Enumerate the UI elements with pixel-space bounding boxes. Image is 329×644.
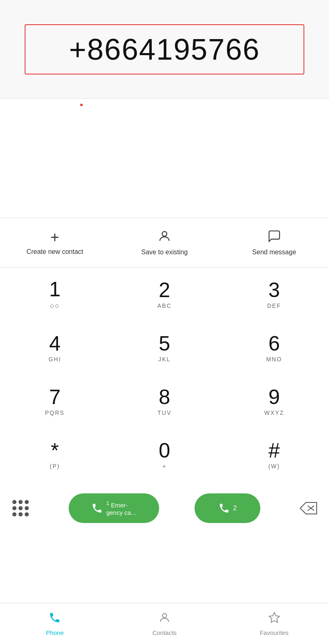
dialpad-row-4: * (P) 0 + # (W)	[0, 428, 329, 481]
key-3-number: 3	[269, 279, 280, 302]
key-5[interactable]: 5 JKL	[110, 321, 220, 374]
key-0-letters: +	[162, 463, 167, 470]
emergency-superscript: 1	[106, 500, 109, 506]
contacts-nav-icon	[158, 611, 171, 627]
favourites-nav-icon	[268, 611, 280, 627]
grid-dot	[19, 500, 23, 504]
key-2-letters: ABC	[158, 302, 172, 310]
emergency-call-label: 1 Emer- gency ca...	[106, 500, 136, 516]
key-4-number: 4	[49, 332, 60, 355]
grid-dot	[12, 512, 16, 516]
phone-nav-icon	[49, 611, 61, 627]
key-2[interactable]: 2 ABC	[110, 267, 220, 321]
key-6-letters: MNO	[266, 356, 282, 363]
key-hash[interactable]: # (W)	[219, 428, 329, 481]
send-message-button[interactable]: Send message	[219, 229, 329, 256]
key-1-number: 1	[49, 278, 60, 301]
key-0-number: 0	[159, 439, 170, 462]
bottom-nav: Phone Contacts Favourites	[0, 603, 329, 644]
grid-dot	[12, 500, 16, 504]
favourites-nav-label: Favourites	[260, 629, 289, 636]
main-call-button[interactable]: 2	[195, 493, 260, 523]
key-3[interactable]: 3 DEF	[219, 267, 329, 321]
key-7-letters: PQRS	[45, 409, 65, 417]
svg-point-3	[162, 614, 167, 618]
plus-icon: +	[51, 230, 59, 245]
key-hash-letters: (W)	[268, 463, 280, 470]
key-0[interactable]: 0 +	[110, 428, 220, 481]
spacer-area	[0, 99, 329, 218]
dialpad: 1 ○○ 2 ABC 3 DEF 4 GHI 5 JKL 6 MNO 7 PQR…	[0, 267, 329, 481]
svg-marker-4	[269, 612, 279, 622]
dialpad-row-2: 4 GHI 5 JKL 6 MNO	[0, 321, 329, 374]
key-9-number: 9	[269, 386, 280, 409]
main-call-superscript: 2	[233, 505, 237, 512]
action-bar: + Create new contact Save to existing Se…	[0, 218, 329, 267]
svg-point-0	[162, 232, 167, 236]
create-new-contact-label: Create new contact	[26, 248, 83, 256]
key-star[interactable]: * (P)	[0, 428, 110, 481]
key-4[interactable]: 4 GHI	[0, 321, 110, 374]
dialpad-row-1: 1 ○○ 2 ABC 3 DEF	[0, 267, 329, 321]
contacts-nav-label: Contacts	[152, 629, 176, 636]
key-star-letters: (P)	[50, 463, 60, 470]
phone-number-box: +8664195766	[25, 24, 304, 74]
call-bar: 1 Emer- gency ca... 2	[0, 481, 329, 535]
send-message-label: Send message	[252, 249, 296, 256]
key-5-number: 5	[159, 332, 170, 355]
phone-display-area: +8664195766	[0, 0, 329, 99]
save-to-existing-button[interactable]: Save to existing	[110, 229, 220, 256]
backspace-icon	[299, 502, 317, 515]
person-icon	[158, 229, 171, 245]
nav-phone[interactable]: Phone	[0, 611, 110, 636]
grid-dot	[19, 506, 23, 510]
phone-icon-main	[218, 502, 230, 514]
key-8-letters: TUV	[158, 409, 171, 417]
key-star-number: *	[51, 439, 59, 462]
phone-number: +8664195766	[42, 33, 287, 66]
key-7-number: 7	[49, 386, 60, 409]
create-new-contact-button[interactable]: + Create new contact	[0, 230, 110, 256]
nav-contacts[interactable]: Contacts	[110, 611, 220, 636]
key-3-letters: DEF	[267, 302, 281, 310]
phone-icon	[91, 502, 103, 514]
key-9[interactable]: 9 WXYZ	[219, 374, 329, 428]
key-6[interactable]: 6 MNO	[219, 321, 329, 374]
backspace-button[interactable]	[296, 496, 321, 521]
grid-dot	[25, 512, 29, 516]
key-1-letters: ○○	[50, 302, 60, 310]
key-5-letters: JKL	[158, 356, 171, 363]
grid-dot	[25, 506, 29, 510]
key-8-number: 8	[159, 386, 170, 409]
message-icon	[267, 229, 281, 245]
save-to-existing-label: Save to existing	[141, 249, 188, 256]
key-7[interactable]: 7 PQRS	[0, 374, 110, 428]
grid-icon-button[interactable]	[8, 496, 33, 521]
phone-nav-label: Phone	[46, 629, 64, 636]
key-4-letters: GHI	[49, 356, 61, 363]
key-6-number: 6	[269, 332, 280, 355]
grid-dot	[12, 506, 16, 510]
key-2-number: 2	[159, 279, 170, 302]
grid-dot	[19, 512, 23, 516]
dot-indicator	[80, 104, 83, 106]
key-hash-number: #	[269, 439, 280, 462]
key-8[interactable]: 8 TUV	[110, 374, 220, 428]
emergency-call-button[interactable]: 1 Emer- gency ca...	[69, 493, 159, 523]
dialpad-row-3: 7 PQRS 8 TUV 9 WXYZ	[0, 374, 329, 428]
key-1[interactable]: 1 ○○	[0, 267, 110, 321]
grid-dots-icon	[12, 500, 29, 516]
grid-dot	[25, 500, 29, 504]
nav-favourites[interactable]: Favourites	[219, 611, 329, 636]
key-9-letters: WXYZ	[264, 409, 284, 417]
